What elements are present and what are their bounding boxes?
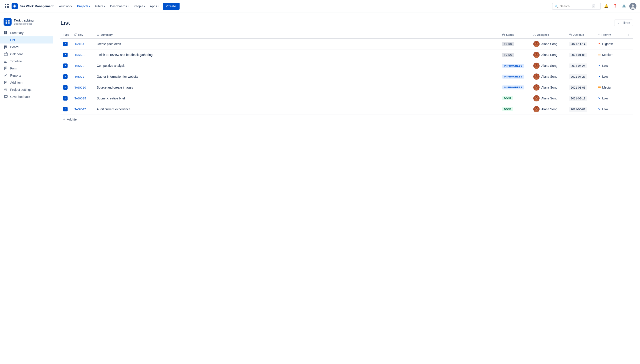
table-row[interactable]: TASK-9 Competitive analysis IN PROGRESS … — [60, 60, 633, 71]
status-badge[interactable]: TO DO — [502, 42, 514, 46]
due-date: 2021-01-05 — [569, 52, 587, 57]
table-row[interactable]: TASK-17 Audit current experience DONE Al… — [60, 104, 633, 115]
status-badge[interactable]: TO DO — [502, 53, 514, 57]
task-checkbox-cell — [60, 71, 72, 82]
filters-chevron-icon: ▾ — [104, 5, 105, 7]
task-checkbox-cell — [60, 93, 72, 104]
priority-label: Highest — [602, 42, 613, 46]
task-add-cell — [624, 104, 633, 115]
task-key-cell: TASK-10 — [72, 82, 94, 93]
task-checkbox[interactable] — [63, 52, 68, 57]
list-icon — [4, 38, 8, 42]
user-avatar[interactable] — [629, 3, 636, 10]
settings-button[interactable]: ⚙️ — [620, 3, 627, 10]
task-add-cell — [624, 82, 633, 93]
svg-point-75 — [537, 64, 537, 65]
status-badge[interactable]: DONE — [502, 107, 513, 111]
status-badge[interactable]: DONE — [502, 96, 513, 100]
task-checkbox[interactable] — [63, 74, 68, 79]
svg-point-81 — [537, 75, 537, 76]
svg-point-73 — [536, 64, 537, 66]
task-assignee-cell: Alana Song — [531, 71, 566, 82]
avatar — [533, 95, 540, 102]
nav-projects[interactable]: Projects ▾ — [75, 3, 92, 9]
sidebar-item-board[interactable]: Board — [0, 44, 53, 50]
sidebar-item-summary[interactable]: Summary — [0, 29, 53, 36]
nav-people[interactable]: People ▾ — [131, 3, 147, 9]
svg-point-59 — [536, 42, 537, 44]
task-key[interactable]: TASK-9 — [74, 64, 84, 68]
svg-rect-14 — [6, 22, 7, 24]
task-checkbox[interactable] — [63, 96, 68, 100]
status-badge[interactable]: IN PROGRESS — [502, 64, 524, 68]
task-key[interactable]: TASK-10 — [74, 86, 86, 89]
task-key-cell: TASK-15 — [72, 93, 94, 104]
sidebar-item-calendar[interactable]: Calendar — [0, 50, 53, 58]
svg-point-87 — [537, 86, 537, 86]
search-box[interactable]: 🔍 / — [552, 3, 601, 10]
status-badge[interactable]: IN PROGRESS — [502, 86, 524, 90]
sidebar-item-list[interactable]: List — [0, 36, 53, 44]
nav-dashboards[interactable]: Dashboards ▾ — [108, 3, 131, 9]
notifications-button[interactable]: 🔔 — [603, 3, 610, 10]
svg-rect-3 — [5, 6, 6, 7]
task-key-cell: TASK-9 — [72, 60, 94, 71]
sidebar-item-project-settings[interactable]: Project settings — [0, 86, 53, 93]
priority-icon-wrapper — [598, 64, 601, 68]
task-checkbox[interactable] — [63, 64, 68, 68]
task-summary-cell: Audit current experience — [94, 104, 500, 115]
sidebar-item-timeline[interactable]: Timeline — [0, 58, 53, 65]
grid-menu-icon[interactable] — [4, 3, 11, 10]
sidebar-item-give-feedback[interactable]: Give feedback — [0, 93, 53, 100]
task-key[interactable]: TASK-1 — [74, 42, 84, 46]
assignee-cell: Alana Song — [533, 106, 564, 112]
search-input[interactable] — [560, 4, 591, 8]
priority-cell: Highest — [598, 42, 621, 46]
col-header-priority: Priority — [595, 32, 624, 38]
svg-rect-2 — [8, 4, 9, 5]
task-key[interactable]: TASK-15 — [74, 97, 86, 100]
task-key[interactable]: TASK-17 — [74, 108, 86, 111]
task-checkbox[interactable] — [63, 85, 68, 90]
nav-your-work[interactable]: Your work — [56, 3, 74, 9]
table-row[interactable]: TASK-10 Source and create images IN PROG… — [60, 82, 633, 93]
col-header-add[interactable] — [624, 32, 633, 38]
svg-rect-8 — [8, 7, 9, 8]
task-checkbox[interactable] — [63, 42, 68, 46]
add-item-row[interactable]: + Add item — [60, 115, 633, 124]
table-header-row: Type # Key Summary — [60, 32, 633, 38]
table-row[interactable]: TASK-8 Finish up review and feedback gat… — [60, 50, 633, 60]
sidebar-item-form[interactable]: Form — [0, 65, 53, 72]
task-status-cell: DONE — [500, 104, 531, 115]
priority-low-icon — [598, 108, 601, 110]
priority-label: Low — [602, 96, 608, 100]
summary-header-icon — [97, 34, 99, 36]
task-table: Type # Key Summary — [60, 32, 633, 115]
filters-button[interactable]: Filters — [614, 20, 633, 26]
svg-rect-0 — [5, 4, 6, 5]
table-row[interactable]: TASK-15 Submit creative brief DONE Alana… — [60, 93, 633, 104]
nav-right-section: 🔍 / 🔔 ❓ ⚙️ — [552, 3, 636, 10]
task-key[interactable]: TASK-7 — [74, 75, 84, 78]
task-priority-cell: Medium — [595, 50, 624, 60]
nav-apps[interactable]: Apps ▾ — [148, 3, 161, 9]
svg-point-94 — [536, 97, 536, 98]
task-status-cell: DONE — [500, 93, 531, 104]
table-row[interactable]: TASK-7 Gather information for website IN… — [60, 71, 633, 82]
app-logo[interactable]: Jira Work Management — [12, 3, 54, 9]
task-status-cell: IN PROGRESS — [500, 82, 531, 93]
sidebar-item-reports[interactable]: Reports — [0, 72, 53, 79]
nav-filters[interactable]: Filters ▾ — [93, 3, 107, 9]
app-name: Jira Work Management — [20, 4, 54, 8]
priority-cell: Medium — [598, 53, 621, 57]
help-button[interactable]: ❓ — [611, 3, 619, 10]
table-row[interactable]: TASK-1 Create pitch deck TO DO Alana Son… — [60, 38, 633, 50]
task-key[interactable]: TASK-8 — [74, 53, 84, 56]
task-checkbox[interactable] — [63, 107, 68, 112]
avatar — [533, 52, 540, 58]
create-button[interactable]: Create — [163, 3, 179, 10]
task-add-cell — [624, 50, 633, 60]
sidebar-item-add-item[interactable]: Add item — [0, 79, 53, 86]
assignee-cell: Alana Song — [533, 62, 564, 69]
status-badge[interactable]: IN PROGRESS — [502, 74, 524, 78]
